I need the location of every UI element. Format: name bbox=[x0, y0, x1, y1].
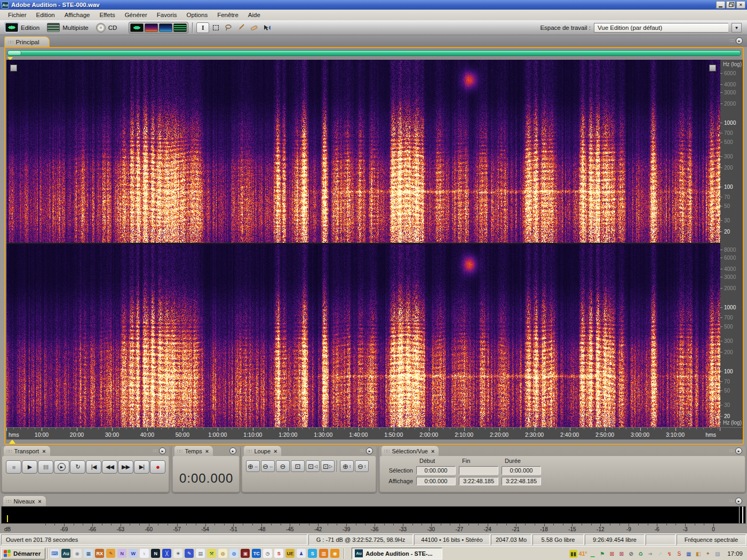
rewind-button[interactable]: ◀◀ bbox=[102, 460, 117, 474]
panel-menu-icon[interactable]: ▸ bbox=[366, 447, 373, 454]
menu-options[interactable]: Options bbox=[182, 11, 213, 19]
blocked-tray-icon[interactable]: ⊘ bbox=[627, 550, 635, 558]
corner-handle-right[interactable] bbox=[709, 65, 716, 71]
panel-menu-icon[interactable]: ▸ bbox=[229, 447, 236, 454]
selection-field-affichage-fin[interactable]: 3:22:48.185 bbox=[459, 477, 498, 485]
blue-x-tool-icon[interactable]: ╳ bbox=[162, 549, 171, 558]
spectral-frequency-display-icon[interactable] bbox=[145, 23, 158, 32]
playhead-marker-bottom[interactable] bbox=[9, 439, 15, 444]
close-icon[interactable]: × bbox=[38, 498, 41, 505]
tab-transport[interactable]: ∷∷ Transport × bbox=[4, 446, 50, 456]
record-button[interactable]: ● bbox=[150, 460, 165, 474]
panel-menu-icon[interactable]: ▸ bbox=[735, 447, 742, 454]
green-tools-icon[interactable]: ⚒ bbox=[207, 549, 216, 558]
time-ruler[interactable]: hms10:0020:0030:0040:0050:001:00:001:10:… bbox=[6, 427, 743, 439]
audio-meter-tray-icon[interactable]: ▮▮ bbox=[569, 550, 577, 558]
fast-forward-button[interactable]: ▶▶ bbox=[118, 460, 133, 474]
spot-healing-brush-tool[interactable] bbox=[248, 22, 260, 33]
panel-menu-icon[interactable]: ▸ bbox=[736, 37, 743, 44]
zoom-out-vertical-button[interactable]: ⊖↕ bbox=[355, 460, 369, 472]
zoom-selection-left-edge-button[interactable]: ⊡◁ bbox=[306, 460, 320, 472]
pdf-icon[interactable]: ▥ bbox=[319, 549, 328, 558]
document-icon[interactable]: ▤ bbox=[196, 549, 205, 558]
spectrogram-channel-left[interactable] bbox=[6, 60, 720, 243]
selection-field-sélection-fin[interactable] bbox=[459, 466, 498, 475]
recycle-tray-icon[interactable]: ♻ bbox=[637, 550, 645, 558]
spectral-pan-display-icon[interactable] bbox=[173, 23, 187, 32]
go-to-end-button[interactable]: ▶| bbox=[134, 460, 149, 474]
mode-button-edition[interactable]: Edition bbox=[3, 22, 42, 33]
mode-button-multipiste[interactable]: Multipiste bbox=[45, 22, 91, 33]
tv-icon[interactable]: ▣ bbox=[241, 549, 250, 558]
close-button[interactable]: × bbox=[736, 1, 745, 9]
panel-menu-icon[interactable]: ▸ bbox=[735, 498, 742, 505]
level-meter[interactable] bbox=[1, 506, 746, 524]
menu-aide[interactable]: Aide bbox=[243, 11, 265, 19]
restore-button[interactable] bbox=[726, 1, 735, 9]
cursor-tray-icon[interactable]: ↗ bbox=[656, 550, 664, 558]
orange-app-icon[interactable]: ✎ bbox=[106, 549, 115, 558]
horizontal-scroll-zoom-bar[interactable] bbox=[7, 50, 741, 56]
pointer-tray-icon[interactable]: ➔ bbox=[646, 550, 654, 558]
title-bar[interactable]: Au Adobe Audition - STE-000.wav × bbox=[0, 0, 747, 10]
effects-paintbrush-tool[interactable] bbox=[235, 22, 248, 33]
tab-temps[interactable]: ∷∷ Temps × bbox=[174, 446, 213, 456]
sbp-icon[interactable]: S bbox=[274, 549, 283, 558]
time-selection-tool[interactable]: I bbox=[196, 22, 209, 33]
corner-handle-left[interactable] bbox=[10, 65, 17, 71]
start-button[interactable]: Démarrer bbox=[1, 548, 45, 559]
tab-niveaux[interactable]: ∷∷ Niveaux × bbox=[3, 496, 46, 506]
workspace-select[interactable]: Vue Edition (par défaut) bbox=[594, 23, 728, 33]
tab-principal[interactable]: ∷∷ Principal bbox=[4, 36, 50, 47]
zoom-out-horizontal-button[interactable]: ⊖↔ bbox=[261, 460, 275, 472]
menu-fenêtre[interactable]: Fenêtre bbox=[212, 11, 243, 19]
chevron-down-icon[interactable]: ▼ bbox=[732, 23, 742, 33]
network-disabled-2-tray-icon[interactable]: ⊠ bbox=[617, 550, 625, 558]
frequency-ruler[interactable]: Hz (log)60004000300020001000700500300200… bbox=[720, 60, 743, 427]
s-red-tray-icon[interactable]: S bbox=[675, 550, 683, 558]
display-tray-icon[interactable]: ▦ bbox=[685, 550, 693, 558]
mode-button-cd[interactable]: CD bbox=[94, 22, 120, 34]
close-icon[interactable]: × bbox=[42, 448, 45, 454]
tc-icon[interactable]: TC bbox=[252, 549, 261, 558]
ultraedit-icon[interactable]: UE bbox=[285, 549, 295, 558]
zoom-selection-right-edge-button[interactable]: ⊡▷ bbox=[321, 460, 335, 472]
tab-loupe[interactable]: ∷∷ Loupe × bbox=[244, 446, 281, 456]
skype-icon[interactable]: S bbox=[308, 549, 317, 558]
menu-edition[interactable]: Edition bbox=[31, 11, 60, 19]
stopwatch-icon[interactable]: ◷ bbox=[263, 549, 272, 558]
word-icon[interactable]: W bbox=[129, 549, 138, 558]
flag-tray-icon[interactable]: ⚑ bbox=[598, 550, 606, 558]
media-player-icon[interactable]: ◉ bbox=[330, 549, 339, 558]
selection-field-affichage-début[interactable]: 0:00.000 bbox=[416, 477, 456, 485]
gray-ball-icon[interactable]: ◉ bbox=[73, 549, 82, 558]
menu-affichage[interactable]: Affichage bbox=[60, 11, 95, 19]
audition-icon[interactable]: Au bbox=[61, 549, 70, 558]
zoom-out-full-button[interactable]: ⊖ bbox=[276, 460, 290, 472]
panel-menu-icon[interactable]: ▸ bbox=[159, 447, 166, 454]
waveform-display-icon[interactable] bbox=[130, 23, 144, 32]
transport-panel-menu[interactable]: ∷∷ ▸ bbox=[153, 447, 166, 454]
spectrogram-channel-right[interactable] bbox=[6, 244, 720, 427]
lightning-tray-icon[interactable]: ↯ bbox=[665, 550, 673, 558]
taskbar-clock[interactable]: 17:09 bbox=[727, 550, 743, 557]
minimize-button[interactable] bbox=[716, 1, 725, 9]
network-disabled-tray-icon[interactable]: ⊠ bbox=[608, 550, 616, 558]
loop-play-button[interactable]: ↻ bbox=[70, 460, 85, 474]
rx-icon[interactable]: RX bbox=[95, 549, 104, 558]
star-tool-icon[interactable]: ✳ bbox=[173, 549, 182, 558]
temps-panel-menu[interactable]: ▸ bbox=[229, 447, 236, 454]
stop-button[interactable]: ■ bbox=[6, 460, 21, 474]
person-icon[interactable]: ♟ bbox=[297, 549, 306, 558]
selection-field-sélection-début[interactable]: 0:00.000 bbox=[416, 466, 456, 475]
mouse-tray-icon[interactable]: ⌖ bbox=[704, 550, 712, 558]
menu-fichier[interactable]: Fichier bbox=[3, 11, 31, 19]
globe-gold-icon[interactable]: ◍ bbox=[218, 549, 227, 558]
selection-field-affichage-durée[interactable]: 3:22:48.185 bbox=[502, 477, 541, 485]
loupe-panel-menu[interactable]: ∷∷ ▸ bbox=[360, 447, 373, 454]
calculator-icon[interactable]: ▦ bbox=[84, 549, 93, 558]
selection-field-sélection-durée[interactable]: 0:00.000 bbox=[502, 466, 541, 475]
globe-blue-icon[interactable]: ◍ bbox=[229, 549, 239, 558]
selection-panel-menu[interactable]: ∷∷ ▸ bbox=[729, 447, 742, 454]
folder-tray-icon[interactable]: ▨ bbox=[713, 550, 721, 558]
